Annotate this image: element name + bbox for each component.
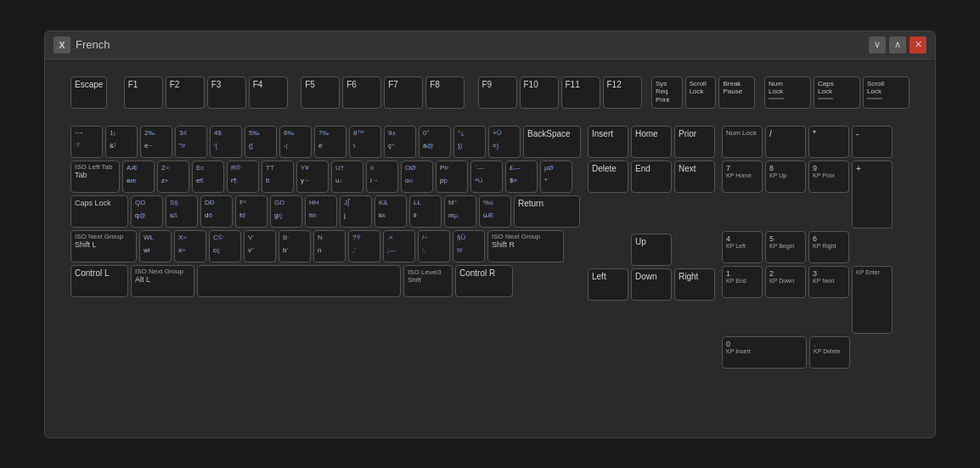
e-key[interactable]: Ec e€ — [192, 161, 224, 193]
np2-key[interactable]: 2 KP Down — [765, 266, 806, 298]
capslock-key[interactable]: Caps Lock — [70, 195, 128, 228]
minimize-button[interactable]: ∨ — [869, 37, 886, 54]
f1-key[interactable]: F1 — [124, 76, 163, 109]
space-key[interactable] — [197, 265, 401, 297]
ctrl-r-key[interactable]: Control R — [455, 265, 513, 297]
f11-key[interactable]: F11 — [561, 76, 600, 109]
quote-key[interactable]: %ù ùÆ — [479, 195, 511, 228]
alt-l-key[interactable]: ISO Next Group Alt L — [131, 265, 194, 297]
return-key[interactable]: Return — [514, 195, 580, 228]
b-key[interactable]: B· b' — [279, 230, 311, 262]
close-button[interactable]: ✕ — [910, 37, 926, 54]
period-key[interactable]: .× ;— — [383, 230, 415, 262]
left-key[interactable]: Left — [588, 268, 628, 301]
d-key[interactable]: DÐ dð — [200, 195, 233, 228]
x-key[interactable]: X> x» — [174, 230, 206, 262]
grave-key[interactable]: ~ ¬ ` ² — [70, 126, 103, 158]
a-key[interactable]: AÆ aæ — [122, 161, 155, 193]
g-key[interactable]: GŊ gŋ — [270, 195, 302, 228]
section-key[interactable]: §Û !# — [453, 230, 485, 262]
delete-key[interactable]: Delete — [588, 161, 628, 193]
p-key[interactable]: PÞ pþ — [436, 161, 468, 193]
np4-key[interactable]: 4 KP Left — [722, 231, 763, 263]
backslash-key[interactable]: µØ *´ — [540, 161, 572, 193]
np-multiply-key[interactable]: * — [808, 126, 849, 158]
down-key[interactable]: Down — [631, 268, 672, 301]
np7-key[interactable]: 7 KP Home — [722, 161, 763, 193]
t-key[interactable]: TT tt — [262, 161, 294, 193]
slash-key[interactable]: /÷ :. — [418, 230, 450, 262]
np9-key[interactable]: 9 KP Prior — [808, 161, 849, 193]
np-divide-key[interactable]: / — [765, 126, 806, 158]
break-key[interactable]: Break Pause — [718, 76, 754, 109]
np5-key[interactable]: 5 KP Begin — [765, 231, 806, 263]
np-enter-key[interactable]: KP Enter — [852, 266, 893, 334]
v-key[interactable]: V´ v" — [244, 230, 276, 262]
f9-key[interactable]: F9 — [478, 76, 517, 109]
j-key[interactable]: Jʃ j — [340, 195, 372, 228]
h-key[interactable]: HH hh — [305, 195, 337, 228]
i-key[interactable]: Iı i→ — [366, 161, 398, 193]
c-key[interactable]: C© cç — [209, 230, 241, 262]
rbracket-key[interactable]: £— $¤ — [505, 161, 538, 193]
y-key[interactable]: Y¥ y← — [296, 161, 329, 193]
f4-key[interactable]: F4 — [249, 76, 288, 109]
end-key[interactable]: End — [631, 161, 672, 193]
np6-key[interactable]: 6 KP Right — [808, 231, 849, 263]
6-key[interactable]: 6 ‰ - | — [279, 126, 312, 158]
next-key[interactable]: Next — [674, 161, 715, 193]
u-key[interactable]: U† u↓ — [331, 161, 363, 193]
np0-key[interactable]: 0 KP Insert — [722, 336, 807, 369]
z-key[interactable]: Z< z« — [157, 161, 189, 193]
r-key[interactable]: R® r¶ — [227, 161, 259, 193]
9-key[interactable]: 9 ± ç ^ — [384, 126, 416, 158]
2-key[interactable]: 2 ‰ é ~ — [140, 126, 172, 158]
altgr-key[interactable]: ISO Level3 Shift — [403, 265, 453, 297]
7-key[interactable]: 7 ‰ è ` — [314, 126, 346, 158]
f2-key[interactable]: F2 — [166, 76, 205, 109]
1-key[interactable]: 1 ¡ & ¹ — [105, 126, 138, 158]
f8-key[interactable]: F8 — [425, 76, 465, 109]
ctrl-l-key[interactable]: Control L — [70, 265, 128, 297]
numlock-key[interactable]: Num Lock — [722, 126, 763, 158]
prior-key[interactable]: Prior — [674, 126, 715, 158]
np-decimal-key[interactable]: . KP Delete — [809, 336, 850, 369]
3-key[interactable]: 3 # " # — [175, 126, 207, 158]
minus-key[interactable]: ° ¿ ) } — [453, 126, 486, 158]
tab-key[interactable]: ISO Left Tab Tab — [70, 161, 120, 193]
np3-key[interactable]: 3 KP Next — [808, 266, 849, 298]
comma-key[interactable]: ?Ÿ ,' — [348, 230, 380, 262]
l-key[interactable]: LŁ lł — [409, 195, 442, 228]
semicolon-key[interactable]: M° mµ — [444, 195, 476, 228]
0-key[interactable]: 0 ° à @ — [419, 126, 451, 158]
8-key[interactable]: 8 ™ \ — [349, 126, 381, 158]
f-key[interactable]: F* fđ — [235, 195, 268, 228]
escape-key[interactable]: Escape — [70, 76, 107, 109]
q-key[interactable]: QΩ q@ — [131, 195, 163, 228]
f5-key[interactable]: F5 — [301, 76, 340, 109]
scrolllock-key[interactable]: Scroll Lock — [685, 76, 717, 109]
shift-l-key[interactable]: ISO Next Group Shift L — [70, 230, 137, 262]
f6-key[interactable]: F6 — [342, 76, 381, 109]
4-key[interactable]: 4 $ ' { — [210, 126, 242, 158]
up-key[interactable]: Up — [631, 234, 672, 266]
f12-key[interactable]: F12 — [603, 76, 642, 109]
np8-key[interactable]: 8 KP Up — [765, 161, 806, 193]
s-key[interactable]: S§ sß — [166, 195, 198, 228]
right-key[interactable]: Right — [674, 268, 715, 301]
maximize-button[interactable]: ∧ — [889, 37, 906, 54]
equal-key[interactable]: + Û = } — [488, 126, 521, 158]
lbracket-key[interactable]: ¨— ^Ú — [470, 161, 503, 193]
f7-key[interactable]: F7 — [384, 76, 423, 109]
backspace-key[interactable]: BackSpace — [523, 126, 581, 158]
np-plus-key[interactable]: + — [852, 161, 893, 228]
o-key[interactable]: OØ oo — [401, 161, 433, 193]
home-key[interactable]: Home — [631, 126, 672, 158]
shift-r-key[interactable]: ISO Next Group Shift R — [487, 230, 564, 262]
np-minus-key[interactable]: - — [852, 126, 893, 158]
5-key[interactable]: 5 ‰ ( [ — [245, 126, 277, 158]
sysreq-key[interactable]: Sys Req Print — [651, 76, 683, 109]
f10-key[interactable]: F10 — [520, 76, 559, 109]
np1-key[interactable]: 1 KP End — [722, 266, 763, 298]
k-key[interactable]: K& kk — [375, 195, 407, 228]
